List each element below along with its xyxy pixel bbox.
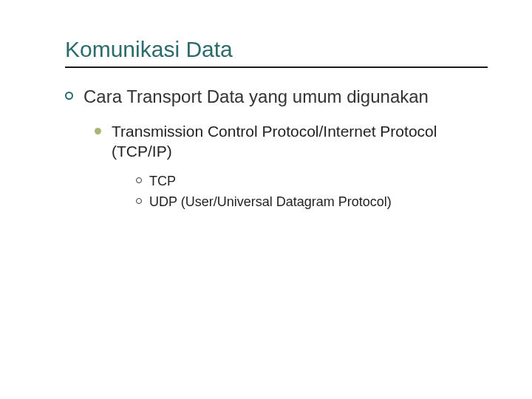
- bullet-level2: Transmission Control Protocol/Internet P…: [95, 121, 488, 162]
- bullet-level1: Cara Transport Data yang umum digunakan: [65, 86, 488, 108]
- title-rule: [65, 66, 488, 68]
- bullet-level3-text: TCP: [149, 172, 176, 190]
- ring-small-bullet-icon: [136, 198, 142, 204]
- ring-small-bullet-icon: [136, 177, 142, 183]
- slide-title: Komunikasi Data: [65, 37, 488, 62]
- bullet-level1-text: Cara Transport Data yang umum digunakan: [83, 86, 429, 108]
- bullet-level3-text: UDP (User/Universal Datagram Protocol): [149, 193, 392, 211]
- slide: Komunikasi Data Cara Transport Data yang…: [0, 0, 532, 399]
- bullet-level3: UDP (User/Universal Datagram Protocol): [136, 193, 488, 211]
- bullet-level3: TCP: [136, 172, 488, 190]
- dot-bullet-icon: [95, 128, 101, 134]
- ring-bullet-icon: [65, 92, 73, 100]
- bullet-level2-text: Transmission Control Protocol/Internet P…: [112, 121, 488, 162]
